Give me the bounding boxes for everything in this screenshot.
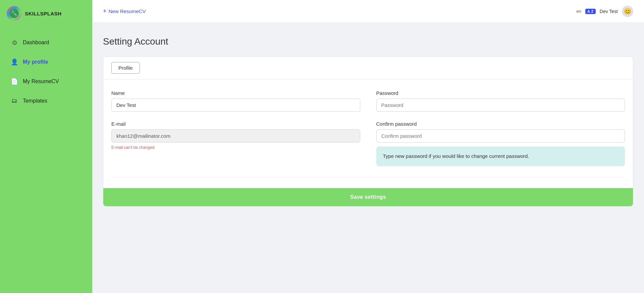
email-hint: E-mail can't be changed (111, 145, 360, 150)
sidebar-item-label: Dashboard (23, 40, 49, 46)
email-label: E-mail (111, 121, 360, 127)
document-icon: 📄 (11, 78, 18, 85)
main-content: + New ResumeCV en A Z Dev Test 😊 Setting… (92, 0, 644, 293)
form-grid: Name Password E-mail E-mail can't be cha… (111, 90, 625, 166)
sidebar: 🔧 SKILLSPLASH ⊙ Dashboard 👤 My profile 📄… (0, 0, 92, 293)
user-avatar-icon: 😊 (624, 8, 631, 15)
topbar-right: en A Z Dev Test 😊 (577, 6, 634, 17)
sidebar-item-my-resumecv[interactable]: 📄 My ResumeCV (3, 72, 90, 91)
user-avatar[interactable]: 😊 (622, 6, 633, 17)
sidebar-item-dashboard[interactable]: ⊙ Dashboard (3, 34, 90, 52)
confirm-password-input[interactable] (376, 129, 625, 142)
sidebar-item-label: My ResumeCV (23, 78, 59, 84)
save-settings-button[interactable]: Save settings (103, 188, 633, 206)
page-content: Setting Account Profile Name Password (92, 23, 644, 293)
password-info-box: Type new password if you would like to c… (376, 146, 625, 166)
tab-profile[interactable]: Profile (111, 62, 140, 74)
form-divider (111, 177, 625, 177)
confirm-password-group: Confirm password Type new password if yo… (376, 121, 625, 166)
sidebar-nav: ⊙ Dashboard 👤 My profile 📄 My ResumeCV 🗂… (0, 34, 92, 110)
password-input[interactable] (376, 99, 625, 112)
language-label: en (577, 9, 581, 14)
name-input[interactable] (111, 99, 360, 112)
settings-card: Profile Name Password (103, 56, 633, 207)
topbar: + New ResumeCV en A Z Dev Test 😊 (92, 0, 644, 23)
new-resumecv-button[interactable]: + New ResumeCV (103, 8, 146, 15)
sidebar-item-label: My profile (23, 59, 48, 65)
confirm-password-label: Confirm password (376, 121, 625, 127)
user-name: Dev Test (600, 9, 618, 14)
page-title: Setting Account (103, 36, 633, 47)
password-group: Password (376, 90, 625, 112)
sidebar-logo: 🔧 SKILLSPLASH (0, 0, 92, 27)
svg-text:🔧: 🔧 (11, 10, 17, 16)
name-label: Name (111, 90, 360, 96)
templates-icon: 🗂 (11, 97, 18, 104)
password-label: Password (376, 90, 625, 96)
email-input (111, 129, 360, 142)
sidebar-item-label: Templates (23, 98, 47, 104)
language-badge[interactable]: A Z (585, 9, 596, 14)
card-body: Name Password E-mail E-mail can't be cha… (103, 79, 633, 188)
card-tab-row: Profile (103, 57, 633, 79)
plus-icon: + (103, 8, 107, 15)
logo-text: SKILLSPLASH (25, 11, 62, 16)
sidebar-item-my-profile[interactable]: 👤 My profile (3, 53, 90, 71)
name-group: Name (111, 90, 360, 112)
sidebar-item-templates[interactable]: 🗂 Templates (3, 92, 90, 110)
save-btn-container: Save settings (103, 188, 633, 206)
email-group: E-mail E-mail can't be changed (111, 121, 360, 166)
person-icon: 👤 (11, 58, 18, 66)
dashboard-icon: ⊙ (11, 39, 18, 46)
logo-icon: 🔧 (7, 6, 21, 21)
